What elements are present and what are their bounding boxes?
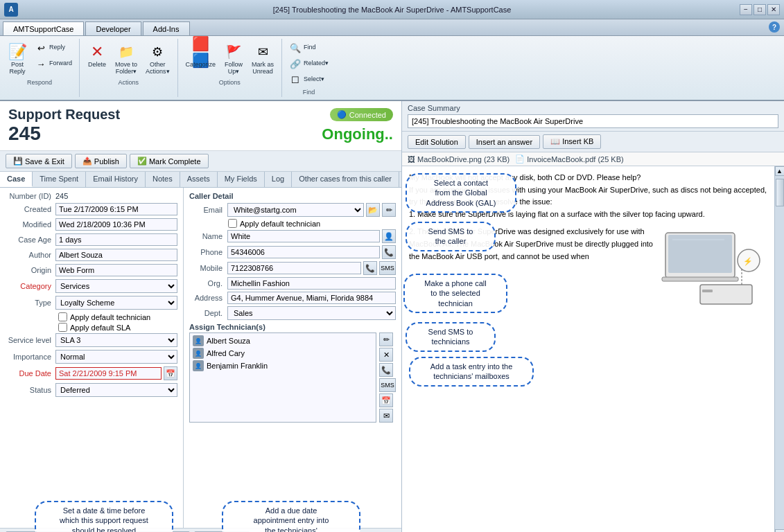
service-level-select[interactable]: SLA 3 bbox=[55, 333, 177, 347]
email-open-icon[interactable]: 📂 bbox=[366, 203, 380, 217]
due-date-input-row: 📅 bbox=[55, 366, 177, 380]
publish-button[interactable]: 📤 Publish bbox=[75, 154, 127, 168]
select-icon: ☐ bbox=[289, 73, 302, 86]
move-to-folder-button[interactable]: 📁 Move toFolder▾ bbox=[112, 40, 141, 78]
tech-name-3: Benjamin Franklin bbox=[207, 362, 268, 370]
modified-input[interactable] bbox=[55, 218, 177, 231]
type-select[interactable]: Loyalty Scheme bbox=[55, 296, 177, 310]
case-tab-myfields[interactable]: My Fields bbox=[218, 172, 265, 187]
tab-developer[interactable]: Developer bbox=[85, 21, 141, 35]
select-button[interactable]: ☐ Select▾ bbox=[286, 72, 331, 87]
case-age-input[interactable] bbox=[55, 233, 177, 246]
categorize-button[interactable]: 🟥🟦 Categorize bbox=[182, 40, 220, 78]
name-row: Name 👤 bbox=[189, 229, 396, 243]
type-label: Type bbox=[6, 299, 55, 307]
attachment-2[interactable]: 📄 InvoiceMacBook.pdf (25 KB) bbox=[515, 154, 623, 163]
tech-sms-icon[interactable]: SMS bbox=[379, 378, 396, 392]
importance-label: Importance bbox=[6, 353, 55, 361]
tech-edit-icon[interactable]: ✏ bbox=[379, 332, 393, 346]
edit-solution-button[interactable]: Edit Solution bbox=[408, 135, 466, 149]
mobile-sms-icon[interactable]: SMS bbox=[379, 261, 396, 275]
svg-rect-6 bbox=[700, 285, 752, 304]
scroll-thumb[interactable] bbox=[776, 179, 784, 206]
due-date-row: Due Date 📅 bbox=[6, 366, 177, 380]
case-tab-notes[interactable]: Notes bbox=[146, 172, 180, 187]
insert-answer-button[interactable]: Insert an answer bbox=[469, 135, 540, 149]
case-tab-email-history[interactable]: Email History bbox=[86, 172, 146, 187]
dept-select[interactable]: Sales bbox=[227, 306, 396, 320]
apply-default-tech-caller-row: Apply default technician bbox=[228, 219, 396, 228]
mark-unread-label: Mark asUnread bbox=[252, 62, 274, 76]
modified-row: Modified bbox=[6, 218, 177, 231]
created-input[interactable] bbox=[55, 203, 177, 215]
follow-up-button[interactable]: 🚩 FollowUp▾ bbox=[220, 40, 247, 78]
other-actions-button[interactable]: ⚙ OtherActions▾ bbox=[142, 40, 173, 78]
find-button[interactable]: 🔍 Find bbox=[286, 40, 331, 55]
apply-sla-row: Apply default SLA bbox=[58, 323, 177, 332]
scroll-up-arrow[interactable]: ▲ bbox=[775, 166, 785, 176]
insert-kb-button[interactable]: 📖 Insert KB bbox=[543, 134, 601, 149]
tab-amtsupportcase[interactable]: AMTSupportCase bbox=[3, 21, 84, 35]
name-input[interactable] bbox=[227, 230, 380, 242]
tech-calendar-icon[interactable]: 📅 bbox=[379, 393, 393, 407]
phone-call-icon[interactable]: 📞 bbox=[382, 245, 396, 259]
related-button[interactable]: 🔗 Related▾ bbox=[286, 56, 331, 71]
reply-label: Reply bbox=[49, 44, 65, 51]
type-row: Type Loyalty Scheme bbox=[6, 296, 177, 310]
due-date-input[interactable] bbox=[55, 367, 162, 380]
category-select[interactable]: Services bbox=[55, 279, 177, 293]
apply-tech-row: Apply default technician bbox=[58, 312, 177, 321]
mark-as-unread-button[interactable]: ✉ Mark asUnread bbox=[248, 40, 277, 78]
other-actions-label: OtherActions▾ bbox=[146, 62, 170, 76]
attach-name-1: MacBookDrive.png (23 KB) bbox=[417, 155, 509, 163]
author-row: Author bbox=[6, 249, 177, 261]
case-summary-input[interactable] bbox=[408, 114, 778, 128]
importance-select[interactable]: Normal bbox=[55, 350, 177, 364]
case-tab-assets[interactable]: Assets bbox=[180, 172, 218, 187]
scroll-down-arrow[interactable]: ▼ bbox=[775, 529, 785, 532]
author-input[interactable] bbox=[55, 249, 177, 261]
mobile-row: Mobile 📞 SMS bbox=[189, 261, 396, 275]
delete-button[interactable]: ✕ Delete bbox=[84, 40, 110, 78]
dept-row: Dept. Sales bbox=[189, 306, 396, 320]
close-btn[interactable]: ✕ bbox=[767, 4, 780, 15]
address-input[interactable] bbox=[227, 292, 396, 304]
tech-mail-icon[interactable]: ✉ bbox=[379, 409, 393, 423]
phone-input[interactable] bbox=[227, 246, 380, 258]
apply-sla-checkbox[interactable] bbox=[58, 323, 67, 332]
origin-label: Origin bbox=[6, 266, 55, 274]
org-input[interactable] bbox=[227, 277, 396, 290]
due-date-calendar-icon[interactable]: 📅 bbox=[164, 366, 177, 380]
connected-icon: 🔵 bbox=[337, 110, 347, 119]
attachment-1[interactable]: 🖼 MacBookDrive.png (23 KB) bbox=[408, 155, 509, 163]
apply-tech-checkbox[interactable] bbox=[58, 312, 67, 321]
name-gal-icon[interactable]: 👤 bbox=[382, 229, 396, 243]
origin-input[interactable] bbox=[55, 264, 177, 276]
email-edit-icon[interactable]: ✏ bbox=[382, 203, 396, 217]
help-icon[interactable]: ? bbox=[769, 21, 780, 33]
tab-addins[interactable]: Add-Ins bbox=[143, 21, 190, 35]
tech-delete-icon[interactable]: ✕ bbox=[379, 348, 393, 362]
restore-btn[interactable]: □ bbox=[753, 4, 766, 15]
mark-complete-button[interactable]: ✅ Mark Complete bbox=[130, 154, 209, 168]
case-tab-log[interactable]: Log bbox=[265, 172, 292, 187]
save-exit-button[interactable]: 💾 Save & Exit bbox=[6, 154, 72, 168]
svg-text:⚡: ⚡ bbox=[743, 256, 753, 266]
case-tab-case[interactable]: Case bbox=[0, 172, 33, 187]
phone-row: Phone 📞 bbox=[189, 245, 396, 259]
mobile-input[interactable] bbox=[227, 262, 361, 274]
email-select[interactable]: White@startg.com bbox=[227, 203, 364, 217]
post-reply-button[interactable]: 📝 PostReply bbox=[4, 40, 31, 78]
reply-button[interactable]: ↩ Reply bbox=[32, 40, 75, 55]
scroll-track[interactable] bbox=[775, 176, 785, 529]
apply-default-tech-caller-checkbox[interactable] bbox=[228, 219, 237, 228]
forward-button[interactable]: → Forward bbox=[32, 56, 75, 71]
sr-number: 245 bbox=[8, 123, 120, 145]
tech-phone-icon[interactable]: 📞 bbox=[379, 363, 393, 377]
case-tab-time-spent[interactable]: Time Spent bbox=[33, 172, 86, 187]
mobile-call-icon[interactable]: 📞 bbox=[363, 261, 377, 275]
status-select[interactable]: Deferred bbox=[55, 383, 177, 397]
case-tab-other-cases[interactable]: Other cases from this caller bbox=[292, 172, 399, 187]
forward-label: Forward bbox=[49, 60, 72, 67]
minimize-btn[interactable]: − bbox=[740, 4, 752, 15]
